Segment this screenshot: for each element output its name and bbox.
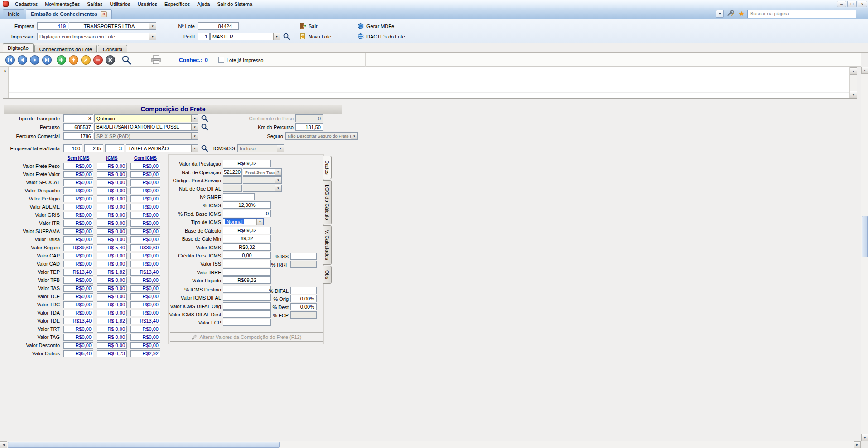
tabela-tabela-field[interactable]: 235 [84, 144, 103, 152]
valor-prestacao-field[interactable]: R$69,32 [223, 160, 271, 167]
menu-item[interactable]: Cadastros [11, 0, 41, 8]
tabela-tarifa-field[interactable]: 3 [105, 144, 124, 152]
conhecimentos-grid[interactable]: ▶ ▲ ▼ [3, 67, 857, 99]
alterar-valores-button[interactable]: Alterar Valores da Composição do Frete (… [170, 332, 323, 342]
side-tab-v-calculados[interactable]: V. Calculados [323, 225, 332, 265]
empresa-code-field[interactable]: 419 [37, 22, 68, 30]
nat-operacao-combo[interactable]: Prest Serv Transp Inc ▼ [243, 168, 282, 176]
minimize-button[interactable]: – [837, 1, 846, 7]
valor-iss-field[interactable] [223, 260, 271, 267]
page-horizontal-scrollbar[interactable]: ◀ ▶ [0, 441, 861, 448]
print-icon[interactable] [151, 55, 161, 65]
icms-field[interactable]: R$ 0,00 [97, 285, 127, 292]
icms-field[interactable]: R$ 0,00 [97, 228, 127, 235]
com-icms-field[interactable]: R$2,92 [130, 350, 160, 357]
tipo-transporte-code-field[interactable]: 3 [63, 114, 93, 122]
tab-close-icon[interactable]: × [101, 11, 107, 17]
edit-record-icon[interactable] [81, 55, 91, 65]
sem-icms-field[interactable]: R$0,00 [63, 293, 93, 300]
valor-fcp-field[interactable] [223, 319, 271, 326]
chevron-down-icon[interactable]: ▼ [149, 23, 156, 29]
scroll-left-icon[interactable]: ◀ [0, 441, 7, 448]
icms-field[interactable]: R$ 0,00 [97, 342, 127, 349]
com-icms-field[interactable]: R$0,00 [130, 342, 160, 349]
icms-field[interactable]: R$ 5,40 [97, 244, 127, 251]
chevron-down-icon[interactable]: ▼ [149, 33, 156, 40]
chevron-down-icon[interactable]: ▼ [275, 177, 281, 183]
icms-field[interactable]: R$ 0,00 [97, 163, 127, 170]
base-calc-min-field[interactable]: 69,32 [223, 235, 271, 242]
chevron-down-icon[interactable]: ▼ [277, 145, 284, 152]
icms-field[interactable]: R$ 0,00 [97, 220, 127, 227]
menu-item[interactable]: Usuários [134, 0, 161, 8]
icms-iss-combo[interactable]: Incluso ▼ [237, 144, 284, 152]
sem-icms-field[interactable]: R$0,00 [63, 342, 93, 349]
nat-operacao-code-field[interactable]: 521220 [223, 168, 242, 176]
sem-icms-field[interactable]: R$13,40 [63, 269, 93, 276]
p-difal-field[interactable] [290, 287, 317, 294]
tipo-icms-combo[interactable]: Normal ▼ [223, 218, 264, 225]
icms-field[interactable]: R$ 0,00 [97, 171, 127, 178]
icms-field[interactable]: R$ 0,00 [97, 277, 127, 284]
delete-record-icon[interactable] [93, 55, 103, 65]
sem-icms-field[interactable]: R$0,00 [63, 334, 93, 341]
sem-icms-field[interactable]: R$0,00 [63, 261, 93, 267]
side-tab-obs[interactable]: Obs [323, 266, 332, 284]
tipo-transporte-combo[interactable]: Químico ▼ [94, 114, 198, 122]
icms-field[interactable]: R$ 1,82 [97, 318, 127, 324]
icms-field[interactable]: R$ 0,00 [97, 195, 127, 202]
com-icms-field[interactable]: R$0,00 [130, 326, 160, 333]
chevron-down-icon[interactable]: ▼ [275, 169, 281, 175]
menu-item[interactable]: Sair do Sistema [213, 0, 256, 8]
tipo-transporte-search-icon[interactable] [201, 114, 208, 122]
sem-icms-field[interactable]: R$0,00 [63, 171, 93, 178]
km-percurso-field[interactable]: 131,50 [295, 123, 323, 131]
close-button[interactable]: × [858, 1, 867, 7]
icms-field[interactable]: -R$ 0,73 [97, 350, 127, 357]
icms-field[interactable]: R$ 0,00 [97, 236, 127, 243]
chevron-down-icon[interactable]: ▼ [256, 219, 263, 225]
tools-icon[interactable] [727, 10, 735, 17]
icms-field[interactable]: R$ 0,00 [97, 310, 127, 316]
sem-icms-field[interactable]: R$0,00 [63, 228, 93, 235]
codigo-prest-combo[interactable]: ▼ [243, 176, 282, 184]
icms-field[interactable]: R$ 0,00 [97, 301, 127, 308]
maximize-button[interactable]: □ [847, 1, 857, 7]
menu-item[interactable]: Utilitários [106, 0, 134, 8]
tab-digitacao[interactable]: Digitação [3, 43, 34, 52]
scroll-right-icon[interactable]: ▶ [854, 441, 861, 448]
tab-emissao-conhecimentos[interactable]: Emissão de Conhecimentos × [26, 9, 112, 19]
sem-icms-field[interactable]: R$0,00 [63, 301, 93, 308]
side-tab-log-calculo[interactable]: LOG do Cálculo [323, 180, 332, 224]
page-menu-dropdown-icon[interactable]: ▼ [716, 10, 724, 18]
sem-icms-field[interactable]: R$0,00 [63, 179, 93, 186]
novo-lote-button[interactable]: Novo Lote [297, 32, 334, 41]
perfil-search-icon[interactable] [283, 33, 290, 40]
sem-icms-field[interactable]: R$39,60 [63, 244, 93, 251]
menu-item[interactable]: Ajuda [193, 0, 213, 8]
scroll-down-icon[interactable]: ▼ [861, 434, 868, 441]
chevron-down-icon[interactable]: ▼ [191, 124, 198, 130]
percurso-search-icon[interactable] [201, 123, 208, 131]
icms-field[interactable]: R$ 0,00 [97, 179, 127, 186]
icms-field[interactable]: R$ 0,00 [97, 261, 127, 267]
sem-icms-field[interactable]: R$0,00 [63, 310, 93, 316]
sem-icms-field[interactable]: R$0,00 [63, 204, 93, 210]
vertical-scroll-thumb[interactable] [862, 216, 868, 257]
dacte-lote-button[interactable]: DACTE's do Lote [355, 32, 408, 41]
tab-conhecimentos-do-lote[interactable]: Conhecimentos do Lote [34, 45, 97, 52]
chevron-down-icon[interactable]: ▼ [273, 33, 280, 40]
sem-icms-field[interactable]: R$0,00 [63, 187, 93, 194]
icms-field[interactable]: R$ 1,82 [97, 269, 127, 276]
grid-vertical-scrollbar[interactable]: ▲ ▼ [849, 67, 857, 98]
horizontal-scroll-thumb[interactable] [8, 442, 280, 448]
icms-field[interactable]: R$ 0,00 [97, 204, 127, 210]
menu-item[interactable]: Movimentações [41, 0, 83, 8]
valor-icms-difal-field[interactable] [223, 294, 271, 301]
sem-icms-field[interactable]: R$13,40 [63, 318, 93, 324]
credito-pres-field[interactable]: 0,00 [223, 252, 271, 259]
add-record-icon[interactable] [57, 55, 66, 65]
nav-last-icon[interactable] [42, 55, 52, 65]
menu-item[interactable]: Específicos [161, 0, 193, 8]
gnre-field[interactable] [223, 193, 255, 200]
